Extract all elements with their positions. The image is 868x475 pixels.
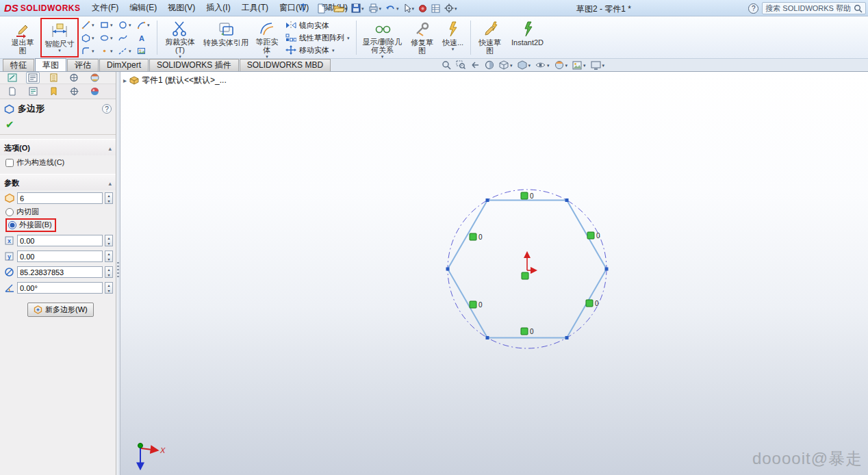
menu-window[interactable]: 窗口(W) [274,0,314,16]
construction-line-checkbox[interactable] [5,159,14,167]
panel-tab-feature-tree[interactable] [5,72,19,84]
linear-pattern-dropdown-icon[interactable] [347,36,350,40]
parameters-group-header[interactable]: 参数 [0,174,116,190]
instant2d-button[interactable]: Instant2D [507,18,548,57]
y-coordinate-input[interactable] [17,251,103,262]
tab-solidworks-mbd[interactable]: SOLIDWORKS MBD [240,59,331,71]
help-search-label: 搜索 SOLIDWORKS 帮助 [765,3,851,14]
diameter-spinner[interactable] [105,266,113,278]
ellipse-tool-button[interactable] [99,31,116,44]
spline-tool-button[interactable] [118,31,135,44]
arc-tool-button[interactable] [136,18,153,31]
open-document-button[interactable] [332,1,349,15]
tab-solidworks-addins[interactable]: SOLIDWORKS 插件 [149,59,239,71]
quick-snaps-dropdown-icon[interactable] [452,47,455,51]
trim-dropdown-icon[interactable] [179,54,181,59]
menu-view[interactable]: 视图(V) [162,0,201,16]
display-delete-relations-button[interactable]: 显示/删除几何关系 [360,18,405,57]
display-relations-dropdown-icon[interactable] [381,54,384,59]
angle-input[interactable] [17,282,103,294]
offset-entities-button[interactable]: 等距实体 [253,18,281,57]
accept-button[interactable]: ✔ [5,118,14,130]
x-spinner[interactable] [105,235,113,246]
diameter-input[interactable] [17,266,103,278]
mirror-entities-button[interactable]: 镜向实体 [283,20,353,31]
edit-appearance-button[interactable] [554,60,568,70]
select-button[interactable] [402,1,416,15]
menu-edit[interactable]: 编辑(E) [124,0,162,16]
view-orientation-button[interactable] [499,60,513,70]
panel-tab-configurations[interactable] [47,72,60,84]
print-button[interactable] [367,1,383,15]
smart-dimension-dropdown-icon[interactable] [58,48,61,53]
move-dropdown-icon[interactable] [332,48,335,53]
tab-sketch[interactable]: 草图 [35,58,66,71]
fillet-tool-button[interactable] [81,44,98,57]
pm-tab-crosshair[interactable] [67,86,81,97]
polygon-tool-button[interactable] [81,31,98,44]
rebuild-button[interactable] [417,1,429,15]
rectangle-tool-button[interactable] [99,18,116,31]
apply-scene-button[interactable] [572,61,586,70]
pm-tab-appearance-sphere[interactable] [88,86,101,97]
options-gear-button[interactable] [443,1,459,15]
inscribed-circle-radio[interactable] [5,208,14,216]
sides-input[interactable] [17,192,103,204]
sketch-picture-tool-button[interactable] [136,44,153,57]
undo-button[interactable] [384,1,400,15]
tab-features[interactable]: 特征 [3,59,34,71]
pm-help-icon[interactable]: ? [102,104,112,114]
text-tool-button[interactable]: A [136,31,153,44]
smart-dimension-button[interactable]: 智能尺寸 [42,19,77,56]
trim-entities-button[interactable]: 剪裁实体(T) [161,18,199,57]
menu-file[interactable]: 文件(F) [86,0,124,16]
x-coordinate-input[interactable] [17,235,103,246]
tree-expand-icon[interactable] [123,77,127,84]
centerline-tool-button[interactable] [118,44,135,57]
line-tool-button[interactable] [81,18,98,31]
tab-dimxpert[interactable]: DimXpert [99,59,149,71]
circumscribed-circle-radio[interactable] [8,221,16,229]
file-properties-button[interactable] [430,1,442,15]
quick-snaps-button[interactable]: 快速... [439,18,467,57]
rapid-sketch-button[interactable]: 快速草图 [474,18,506,57]
sides-spinner[interactable] [105,192,113,204]
options-group-header[interactable]: 选项(O) [0,139,116,155]
pm-tab-bookmark[interactable] [47,86,60,97]
panel-tab-dimxpert[interactable] [67,72,81,84]
inscribed-circle-option: 内切圆 [0,206,116,218]
circle-tool-button[interactable] [118,18,135,31]
tab-evaluate[interactable]: 评估 [67,59,99,71]
graphics-viewport[interactable]: 0 0 0 0 0 0 X [120,72,868,475]
zoom-area-button[interactable] [456,60,465,70]
save-button[interactable] [350,1,366,15]
previous-view-button[interactable] [470,60,480,70]
repair-sketch-button[interactable]: 修复草图 [407,18,438,57]
offset-dropdown-icon[interactable] [266,54,268,59]
y-spinner[interactable] [105,251,113,262]
zoom-fit-button[interactable] [442,60,451,70]
move-entities-button[interactable]: 移动实体 [283,44,353,56]
panel-tab-property-manager[interactable] [26,72,40,84]
pin-menu-icon[interactable] [298,3,307,14]
linear-sketch-pattern-button[interactable]: 线性草图阵列 [283,32,353,44]
help-icon[interactable]: ? [748,3,758,14]
point-tool-button[interactable] [99,44,116,57]
pm-tab-list[interactable] [26,86,40,97]
hide-show-items-button[interactable] [535,61,550,69]
view-settings-button[interactable] [591,61,605,70]
convert-entities-button[interactable]: 转换实体引用 [201,18,251,57]
menu-tools[interactable]: 工具(T) [236,0,274,16]
panel-tab-display-manager[interactable] [88,72,101,84]
menu-insert[interactable]: 插入(I) [201,0,235,16]
angle-spinner[interactable] [105,282,113,294]
part-name-label[interactable]: 零件1 (默认<<默认>_... [142,75,227,86]
new-polygon-button[interactable]: 新多边形(W) [27,303,94,317]
display-style-button[interactable] [518,60,531,70]
new-document-button[interactable] [315,1,331,15]
pm-tab-document[interactable] [5,86,19,97]
help-search-input[interactable]: 搜索 SOLIDWORKS 帮助 [762,2,866,14]
exit-sketch-button[interactable]: 退出草图 [7,18,38,57]
sketch-canvas[interactable]: 0 0 0 0 0 0 X [120,72,868,475]
section-view-button[interactable] [485,60,494,70]
